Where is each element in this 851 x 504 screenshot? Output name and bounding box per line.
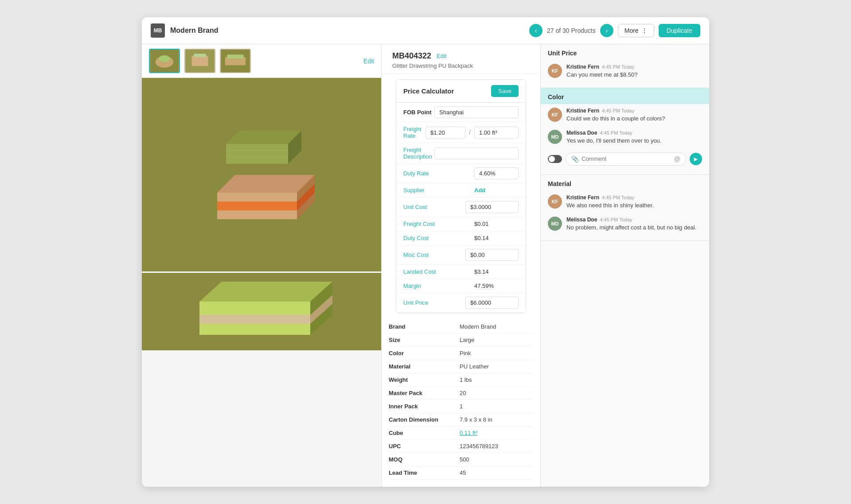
spec-label: Color [389, 350, 460, 357]
spec-label: Inner Pack [389, 403, 460, 410]
comment-time: 4:45 PM Today [600, 130, 632, 136]
spec-label: Master Pack [389, 390, 460, 396]
comment-time: 4:45 PM Today [600, 217, 632, 222]
price-calc-header: Price Calculator Save [396, 80, 526, 103]
comment-entry: KFKristine Fern4:45 PM TodayCan you meet… [541, 60, 709, 82]
comment-text: No problem, might affect cost a bit, but… [566, 224, 696, 232]
specs-table: BrandModern BrandSizeLargeColorPinkMater… [389, 320, 533, 480]
toggle-switch[interactable] [548, 155, 562, 163]
spec-value: PU Leather [460, 363, 489, 370]
avatar: KF [548, 64, 562, 78]
avatar: MD [548, 130, 562, 144]
ellipsis-icon: ⋮ [641, 27, 648, 34]
spec-label: Cube [389, 430, 460, 436]
spec-value[interactable]: 0.11 ft² [460, 430, 477, 436]
next-button[interactable]: › [600, 24, 613, 37]
spec-label: Material [389, 363, 460, 370]
freight-desc-row: Freight Description [396, 143, 526, 164]
left-panel: Edit [142, 44, 381, 487]
comment-text: Can you meet me at $8.50? [566, 71, 637, 79]
thumbnail-edit-link[interactable]: Edit [363, 58, 374, 65]
landed-cost-label: Landed Cost [403, 268, 474, 275]
spec-value: 45 [460, 469, 466, 476]
avatar: KF [548, 194, 562, 209]
freight-desc-label: Freight Description [403, 147, 434, 160]
spec-label: UPC [389, 443, 460, 450]
fob-point-row: FOB Point [396, 103, 526, 122]
thumbnail-2[interactable] [184, 49, 215, 73]
comment-input-box: 📎@ [566, 152, 686, 166]
comment-time: 4:45 PM Today [602, 64, 634, 70]
more-button[interactable]: More ⋮ [618, 24, 654, 37]
send-button[interactable]: ► [690, 153, 702, 165]
right-panel: Unit PriceKFKristine Fern4:45 PM TodayCa… [541, 44, 709, 487]
duty-rate-row: Duty Rate [396, 164, 526, 183]
product-name: Glitter Drawstring PU Backpack [392, 62, 530, 69]
brand-name: Modern Brand [170, 27, 524, 35]
price-calculator: Price Calculator Save FOB Point Freight … [396, 79, 526, 313]
freight-rate-unit-input[interactable] [474, 127, 519, 139]
comment-text: Yes we do, I'll send them over to you. [566, 137, 661, 145]
thumbnail-3[interactable] [220, 49, 251, 73]
spec-value: 20 [460, 390, 466, 396]
save-button[interactable]: Save [491, 85, 519, 97]
comment-text: We also need this in shiny leather. [566, 202, 654, 209]
freight-desc-input[interactable] [434, 147, 519, 159]
spec-value: Large [460, 337, 474, 343]
slash-divider: / [469, 129, 471, 136]
comment-field[interactable] [582, 155, 671, 162]
duty-rate-input[interactable] [474, 167, 519, 179]
comment-body: Kristine Fern4:45 PM TodayWe also need t… [566, 194, 654, 209]
supplier-add-link[interactable]: Add [474, 187, 485, 194]
avatar: KF [548, 108, 562, 122]
nav-controls: ‹ 27 of 30 Products › More ⋮ Duplicate [529, 24, 700, 37]
misc-cost-row: Misc Cost [396, 245, 526, 265]
misc-cost-input[interactable] [465, 249, 519, 261]
comment-entry: MDMelissa Doe4:45 PM TodayNo problem, mi… [541, 213, 709, 235]
freight-cost-value: $0.01 [474, 221, 489, 227]
duplicate-button[interactable]: Duplicate [659, 24, 700, 37]
unit-price-label: Unit Price [403, 299, 465, 306]
duty-cost-row: Duty Cost $0.14 [396, 231, 526, 245]
comment-meta: Kristine Fern4:45 PM Today [566, 108, 665, 114]
attach-icon[interactable]: 📎 [571, 155, 579, 163]
spec-value: Pink [460, 350, 471, 357]
commenter-name: Melissa Doe [566, 130, 597, 136]
spec-label: MOQ [389, 456, 460, 463]
spec-value: 7.9 x 3 x 8 in [460, 416, 492, 423]
fob-point-input[interactable] [434, 106, 519, 118]
commenter-name: Melissa Doe [566, 217, 597, 223]
margin-value: 47.59% [474, 283, 494, 289]
spec-row: Inner Pack1 [389, 400, 533, 413]
comment-meta: Melissa Doe4:45 PM Today [566, 130, 661, 136]
thumbnail-1[interactable] [149, 49, 180, 73]
spec-row: MaterialPU Leather [389, 360, 533, 373]
unit-cost-label: Unit Cost [403, 204, 465, 210]
comment-input-row: 📎@► [541, 149, 709, 169]
comment-entry: MDMelissa Doe4:45 PM TodayYes we do, I'l… [541, 126, 709, 148]
fob-point-label: FOB Point [403, 109, 434, 116]
avatar: MD [548, 217, 562, 231]
spec-row: Carton Dimension7.9 x 3 x 8 in [389, 413, 533, 426]
comment-body: Melissa Doe4:45 PM TodayNo problem, migh… [566, 217, 696, 232]
svg-point-2 [159, 55, 170, 62]
comment-section-0: Unit PriceKFKristine Fern4:45 PM TodayCa… [541, 44, 709, 88]
comment-time: 4:45 PM Today [602, 108, 634, 113]
product-image-bottom [142, 273, 381, 350]
product-edit-link[interactable]: Edit [437, 53, 446, 59]
comment-time: 4:45 PM Today [602, 195, 634, 200]
freight-rate-input[interactable] [426, 127, 465, 139]
spec-label: Size [389, 337, 460, 343]
price-calc-title: Price Calculator [403, 87, 491, 95]
spec-value: 500 [460, 456, 469, 463]
freight-cost-row: Freight Cost $0.01 [396, 217, 526, 231]
spec-value: Modern Brand [460, 323, 496, 330]
at-icon[interactable]: @ [674, 155, 680, 163]
prev-button[interactable]: ‹ [529, 24, 543, 37]
spec-value: 123456789123 [460, 443, 498, 450]
unit-cost-input[interactable] [465, 201, 519, 213]
spec-label: Carton Dimension [389, 416, 460, 423]
unit-price-input[interactable] [465, 297, 519, 309]
margin-row: Margin 47.59% [396, 279, 526, 293]
brand-logo: MB [151, 23, 165, 38]
